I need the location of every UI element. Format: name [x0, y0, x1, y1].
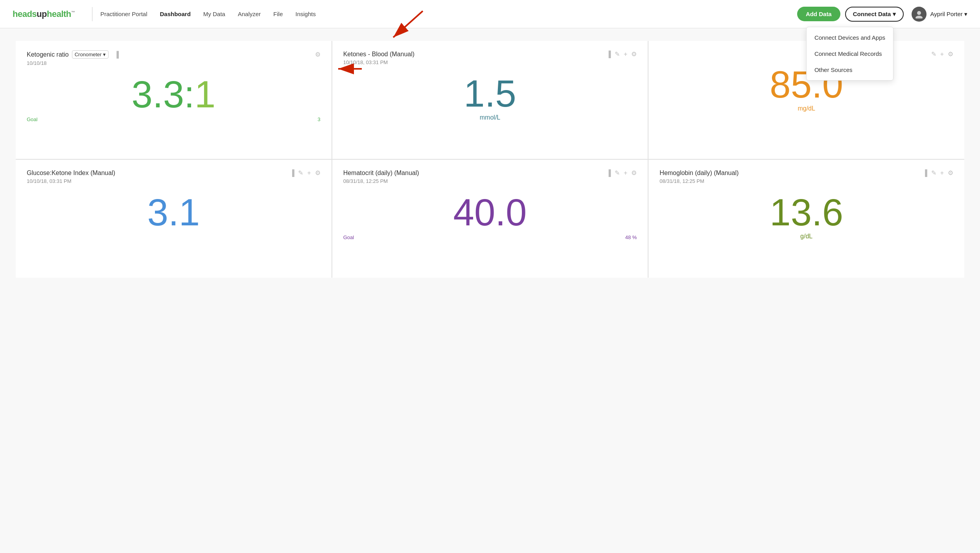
card-icons-hemoglobin: ▐ ✎ + ⚙	[923, 169, 953, 177]
user-section[interactable]: Aypril Porter ▾	[912, 7, 967, 22]
card-footer-hematocrit: Goal 48 %	[343, 234, 637, 240]
connect-data-dropdown: Connect Devices and Apps Connect Medical…	[806, 27, 893, 81]
card-body-ketones: 1.5 mmol/L	[343, 68, 637, 121]
card-icons-glucose: ✎ + ⚙	[931, 50, 953, 58]
keto-main-value: 3.3	[132, 76, 184, 113]
logo-divider	[92, 7, 92, 21]
card-body-hematocrit: 40.0	[343, 187, 637, 231]
edit-icon-hematocrit[interactable]: ✎	[615, 169, 620, 177]
card-date-ketones: 10/10/18, 03:31 PM	[343, 59, 637, 65]
card-unit-ketones: mmol/L	[480, 114, 500, 121]
avatar	[912, 7, 927, 22]
card-date-hematocrit: 08/31/18, 12:25 PM	[343, 178, 637, 184]
card-title-ketones: Ketones - Blood (Manual)	[343, 51, 414, 58]
card-date-gki: 10/10/18, 03:31 PM	[27, 178, 321, 184]
card-icons-gki: ▐ ✎ + ⚙	[290, 169, 321, 177]
logo-heads: heads	[13, 9, 37, 19]
card-unit-glucose: mg/dL	[798, 105, 815, 112]
add-icon-ketones[interactable]: +	[624, 51, 627, 58]
keto-sep: :	[184, 76, 195, 113]
chart-icon-hematocrit[interactable]: ▐	[606, 170, 611, 177]
card-value-ketones: 1.5	[343, 75, 637, 112]
card-header-hematocrit: Hematocrit (daily) (Manual) ▐ ✎ + ⚙	[343, 169, 637, 177]
gear-icon-hematocrit[interactable]: ⚙	[631, 169, 637, 177]
user-name: Aypril Porter ▾	[930, 11, 967, 18]
nav-my-data[interactable]: My Data	[203, 9, 225, 19]
gear-icon[interactable]: ⚙	[315, 51, 321, 58]
header-actions: Add Data Connect Data ▾ Aypril Porter ▾	[797, 7, 967, 22]
add-icon-hemoglobin[interactable]: +	[940, 170, 944, 177]
source-selector-ketogenic[interactable]: Cronometer ▾	[72, 50, 109, 59]
card-date-ketogenic: 10/10/18	[27, 60, 321, 66]
chart-icon-ketones[interactable]: ▐	[606, 51, 611, 58]
logo-tm: ™	[71, 10, 75, 14]
edit-icon-ketones[interactable]: ✎	[615, 50, 620, 58]
card-value-hematocrit: 40.0	[343, 194, 637, 231]
svg-point-0	[917, 11, 921, 15]
card-ketogenic-ratio: Ketogenic ratio Cronometer ▾ ▐ ⚙ 10/10/1…	[16, 41, 332, 159]
chart-bar-icon[interactable]: ▐	[114, 51, 118, 58]
ketogenic-value: 3.3 : 1	[27, 76, 321, 113]
connect-data-button[interactable]: Connect Data ▾	[845, 7, 904, 22]
card-value-gki: 3.1	[27, 194, 321, 231]
nav-practitioner-portal[interactable]: Practitioner Portal	[100, 9, 147, 19]
add-data-button[interactable]: Add Data	[797, 7, 840, 21]
nav-dashboard[interactable]: Dashboard	[160, 9, 191, 19]
footer-goal-value-hematocrit: 48 %	[625, 234, 637, 240]
edit-icon-hemoglobin[interactable]: ✎	[931, 169, 936, 177]
edit-icon-gki[interactable]: ✎	[298, 169, 303, 177]
dropdown-item-other[interactable]: Other Sources	[807, 62, 893, 78]
card-footer-ketogenic: Goal 3	[27, 116, 321, 122]
dropdown-item-medical[interactable]: Connect Medical Records	[807, 46, 893, 62]
card-header-gki: Glucose:Ketone Index (Manual) ▐ ✎ + ⚙	[27, 169, 321, 177]
card-icons-ketogenic: ⚙	[315, 51, 321, 58]
nav-analyzer[interactable]: Analyzer	[238, 9, 261, 19]
chart-icon-gki[interactable]: ▐	[290, 170, 294, 177]
header: headsuphealth™ Practitioner Portal Dashb…	[0, 0, 980, 28]
gear-icon-ketones[interactable]: ⚙	[631, 50, 637, 58]
card-gki: Glucose:Ketone Index (Manual) ▐ ✎ + ⚙ 10…	[16, 160, 332, 278]
card-body-gki: 3.1	[27, 187, 321, 231]
gear-icon-hemoglobin[interactable]: ⚙	[948, 169, 953, 177]
card-hematocrit: Hematocrit (daily) (Manual) ▐ ✎ + ⚙ 08/3…	[332, 160, 648, 278]
card-title-hemoglobin: Hemoglobin (daily) (Manual)	[659, 170, 739, 177]
logo-up: up	[37, 9, 47, 19]
dropdown-item-devices[interactable]: Connect Devices and Apps	[807, 29, 893, 46]
footer-goal-label-hematocrit: Goal	[343, 234, 354, 240]
nav-insights[interactable]: Insights	[295, 9, 316, 19]
footer-goal-value: 3	[317, 116, 320, 122]
card-icons-ketones: ▐ ✎ + ⚙	[606, 50, 637, 58]
card-header-ketones: Ketones - Blood (Manual) ▐ ✎ + ⚙	[343, 50, 637, 58]
card-icons-hematocrit: ▐ ✎ + ⚙	[606, 169, 637, 177]
nav-file[interactable]: File	[273, 9, 283, 19]
logo-health: health	[47, 9, 71, 19]
footer-goal-label: Goal	[27, 116, 37, 122]
add-icon-glucose[interactable]: +	[940, 51, 944, 58]
gear-icon-glucose[interactable]: ⚙	[948, 50, 953, 58]
card-body-hemoglobin: 13.6 g/dL	[659, 187, 953, 240]
card-body-ketogenic: 3.3 : 1	[27, 69, 321, 113]
card-header-hemoglobin: Hemoglobin (daily) (Manual) ▐ ✎ + ⚙	[659, 169, 953, 177]
card-ketones-blood: Ketones - Blood (Manual) ▐ ✎ + ⚙ 10/10/1…	[332, 41, 648, 159]
card-value-hemoglobin: 13.6	[659, 194, 953, 231]
add-icon-gki[interactable]: +	[307, 170, 311, 177]
gear-icon-gki[interactable]: ⚙	[315, 169, 321, 177]
keto-right-value: 1	[195, 76, 216, 113]
source-label: Cronometer	[75, 52, 102, 57]
card-hemoglobin: Hemoglobin (daily) (Manual) ▐ ✎ + ⚙ 08/3…	[648, 160, 964, 278]
nav: Practitioner Portal Dashboard My Data An…	[100, 9, 797, 19]
chart-icon-hemoglobin[interactable]: ▐	[923, 170, 927, 177]
card-title-gki: Glucose:Ketone Index (Manual)	[27, 170, 115, 177]
card-date-hemoglobin: 08/31/18, 12:25 PM	[659, 178, 953, 184]
source-chevron-icon: ▾	[103, 52, 106, 57]
card-unit-hemoglobin: g/dL	[800, 233, 812, 240]
card-title-ketogenic: Ketogenic ratio	[27, 51, 69, 58]
card-header-ketogenic: Ketogenic ratio Cronometer ▾ ▐ ⚙	[27, 50, 321, 59]
add-icon-hematocrit[interactable]: +	[624, 170, 627, 177]
svg-point-1	[916, 16, 923, 18]
card-title-hematocrit: Hematocrit (daily) (Manual)	[343, 170, 419, 177]
logo: headsuphealth™	[13, 9, 75, 19]
edit-icon-glucose[interactable]: ✎	[931, 50, 936, 58]
